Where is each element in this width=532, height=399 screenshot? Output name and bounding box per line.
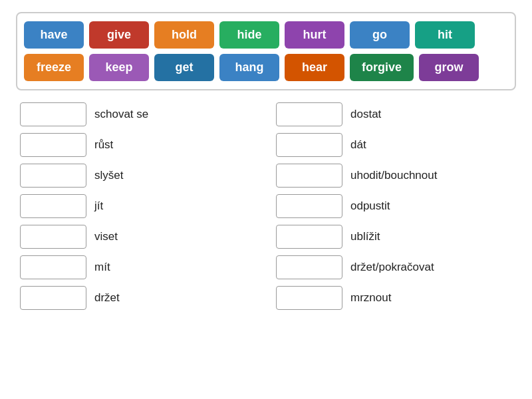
word-tile-grow[interactable]: grow [419,54,479,81]
answer-box-left-2[interactable] [20,164,86,188]
word-tile-freeze[interactable]: freeze [24,54,84,81]
answer-box-left-5[interactable] [20,255,86,279]
match-label-left-2: slyšet [94,169,123,182]
answer-box-right-1[interactable] [276,133,342,157]
answer-box-left-0[interactable] [20,102,86,126]
word-tile-hit[interactable]: hit [415,21,475,49]
word-tile-keep[interactable]: keep [89,54,149,81]
word-tile-forgive[interactable]: forgive [350,54,414,81]
match-row-right-1: dát [276,133,512,157]
match-label-right-0: dostat [350,108,381,121]
match-row-right-0: dostat [276,102,512,126]
match-label-left-3: jít [94,200,103,213]
match-label-left-0: schovat se [94,108,148,121]
answer-box-left-4[interactable] [20,225,86,249]
match-area: schovat sedostatrůstdátslyšetuhodit/bouc… [20,102,512,317]
match-row-right-4: ublížit [276,225,512,249]
answer-box-left-6[interactable] [20,286,86,310]
word-tile-go[interactable]: go [350,21,410,49]
match-row-left-4: viset [20,225,256,249]
match-label-right-1: dát [350,138,366,152]
word-tile-get[interactable]: get [154,54,214,81]
match-label-left-5: mít [94,261,110,274]
answer-box-left-1[interactable] [20,133,86,157]
match-row-left-5: mít [20,255,256,279]
answer-box-right-5[interactable] [276,255,342,279]
match-row-left-2: slyšet [20,164,256,188]
match-row-left-6: držet [20,286,256,310]
match-label-right-4: ublížit [350,230,380,243]
match-label-right-3: odpustit [350,200,390,213]
word-tile-hide[interactable]: hide [219,21,279,49]
match-label-left-4: viset [94,230,118,243]
word-tile-hold[interactable]: hold [154,21,214,49]
match-label-right-5: držet/pokračovat [350,261,434,274]
match-label-left-1: růst [94,138,113,152]
match-label-right-6: mrznout [350,291,391,305]
match-row-left-3: jít [20,194,256,218]
match-row-right-2: uhodit/bouchnout [276,164,512,188]
match-label-right-2: uhodit/bouchnout [350,169,437,182]
word-tile-hear[interactable]: hear [285,54,344,81]
answer-box-left-3[interactable] [20,194,86,218]
match-label-left-6: držet [94,291,120,305]
answer-box-right-2[interactable] [276,164,342,188]
answer-box-right-3[interactable] [276,194,342,218]
match-row-right-5: držet/pokračovat [276,255,512,279]
word-tile-hang[interactable]: hang [219,54,279,81]
answer-box-right-0[interactable] [276,102,342,126]
match-row-left-1: růst [20,133,256,157]
word-tile-have[interactable]: have [24,21,84,49]
match-row-right-6: mrznout [276,286,512,310]
word-bank: havegiveholdhidehurtgohitfreezekeepgetha… [16,12,516,90]
answer-box-right-6[interactable] [276,286,342,310]
word-tile-give[interactable]: give [89,21,149,49]
match-row-right-3: odpustit [276,194,512,218]
answer-box-right-4[interactable] [276,225,342,249]
word-tile-hurt[interactable]: hurt [285,21,344,49]
match-row-left-0: schovat se [20,102,256,126]
